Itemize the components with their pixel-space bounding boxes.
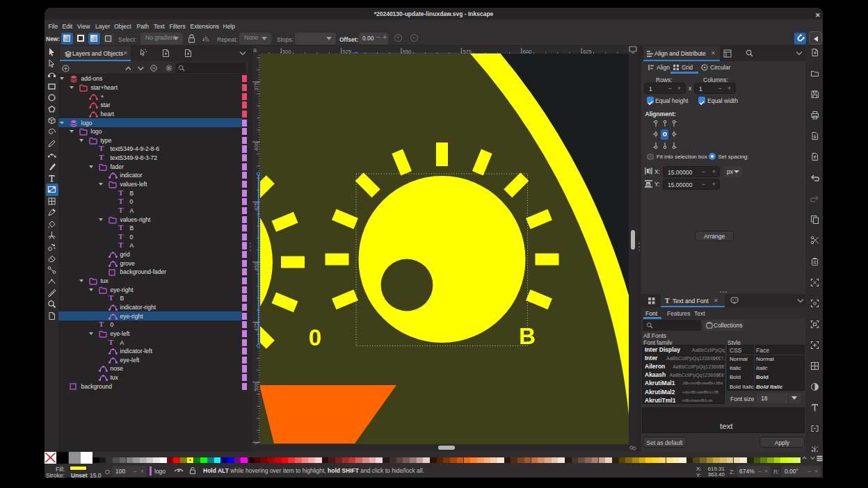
svg-text:500: 500 [282,49,291,54]
svg-text:500: 500 [253,382,259,391]
svg-text:575: 575 [463,49,472,54]
svg-text:375: 375 [253,82,259,91]
svg-text:625: 625 [583,49,592,54]
svg-text:525: 525 [343,49,352,54]
svg-text:550: 550 [403,49,412,54]
svg-text:0: 0 [309,325,321,350]
svg-text:400: 400 [253,143,259,152]
svg-text:B: B [519,323,536,349]
